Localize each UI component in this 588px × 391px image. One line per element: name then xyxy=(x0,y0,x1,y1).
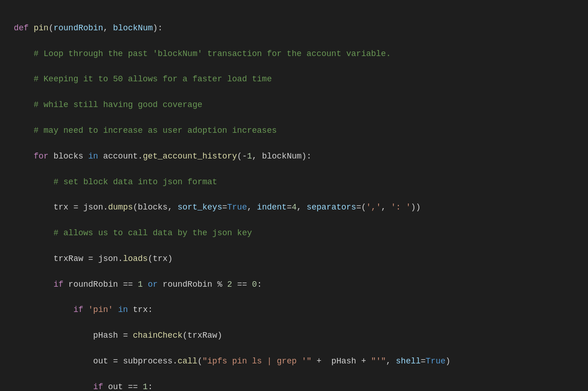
indent xyxy=(14,254,53,263)
plain-text: out == xyxy=(103,382,142,391)
keyword-if-3: if xyxy=(93,382,103,391)
plain-text: + pHash + xyxy=(311,357,371,366)
string-comma: ',' xyxy=(366,203,381,212)
plain-text: , xyxy=(247,203,257,212)
plain-text: == xyxy=(232,280,252,289)
line-10: trxRaw = json.loads(trx) xyxy=(14,253,574,266)
method-loads: loads xyxy=(123,254,148,263)
line-9: # allows us to call data by the json key xyxy=(14,227,574,240)
plain-text: ( xyxy=(49,23,54,33)
function-name: pin xyxy=(34,23,48,33)
param-blocknum: blockNum xyxy=(113,23,153,33)
comment-line5: # may need to increase as user adoption … xyxy=(34,126,277,135)
plain-text: , xyxy=(103,23,113,33)
indent xyxy=(14,100,34,109)
plain-text: trx: xyxy=(128,305,153,314)
plain-text: roundRobin == xyxy=(63,280,138,289)
indent xyxy=(14,228,53,238)
plain-text: = xyxy=(222,203,227,212)
indent xyxy=(14,177,53,187)
number-1-3: 1 xyxy=(143,382,148,391)
plain-text: : xyxy=(148,382,153,391)
keyword-in: in xyxy=(88,152,98,161)
string-ipfs-cmd: "ipfs pin ls | grep '" xyxy=(203,357,312,366)
string-pin: 'pin' xyxy=(88,305,113,314)
keyword-in-2: in xyxy=(118,305,128,314)
line-7: # set block data into json format xyxy=(14,176,574,189)
indent xyxy=(14,126,34,135)
plain-text: )) xyxy=(411,203,421,212)
plain-text: , blockNum): xyxy=(252,152,312,161)
fn-chaincheck: chainCheck xyxy=(133,331,182,340)
plain-text xyxy=(113,305,118,314)
plain-text: = xyxy=(421,357,426,366)
plain-text: (trx) xyxy=(148,254,173,263)
plain-text: ) xyxy=(446,357,451,366)
plain-text: , xyxy=(297,203,307,212)
line-15: if out == 1: xyxy=(14,381,574,391)
line-14: out = subprocess.call("ipfs pin ls | gre… xyxy=(14,355,574,368)
indent xyxy=(14,280,53,289)
comment-line4: # while still having good coverage xyxy=(34,100,202,109)
plain-text: (- xyxy=(237,152,247,161)
number-1-2: 1 xyxy=(138,280,143,289)
bool-true-2: True xyxy=(426,357,446,366)
comment-line2: # Loop through the past 'blockNum' trans… xyxy=(34,49,391,58)
indent xyxy=(14,357,93,366)
bool-true-1: True xyxy=(227,203,247,212)
plain-text: account. xyxy=(98,152,143,161)
plain-text: ( xyxy=(198,357,203,366)
param-shell: shell xyxy=(396,357,421,366)
string-quote-end: "'" xyxy=(371,357,386,366)
keyword-if-2: if xyxy=(74,305,84,314)
keyword-for: for xyxy=(34,152,48,161)
comment-line9: # allows us to call data by the json key xyxy=(53,228,252,238)
line-8: trx = json.dumps(blocks, sort_keys=True,… xyxy=(14,201,574,214)
param-sort-keys: sort_keys xyxy=(177,203,222,212)
var-trx: trx = json. xyxy=(53,203,108,212)
string-colon: ': ' xyxy=(391,203,411,212)
line-5: # may need to increase as user adoption … xyxy=(14,125,574,137)
plain-text: =( xyxy=(356,203,366,212)
fn-call: call xyxy=(177,357,197,366)
plain-text: blocks xyxy=(49,152,88,161)
plain-text: = xyxy=(287,203,292,212)
plain-text: ): xyxy=(153,23,163,33)
method-get-account-history: get_account_history xyxy=(143,152,237,161)
method-dumps: dumps xyxy=(108,203,133,212)
plain-text xyxy=(143,280,148,289)
indent xyxy=(14,49,34,58)
param-indent: indent xyxy=(257,203,287,212)
indent xyxy=(14,305,74,314)
indent xyxy=(14,152,34,161)
indent xyxy=(14,382,93,391)
var-out: out = subprocess. xyxy=(93,357,178,366)
keyword-or: or xyxy=(148,280,158,289)
number-1: 1 xyxy=(247,152,252,161)
plain-text: , xyxy=(381,203,391,212)
plain-text: , xyxy=(386,357,396,366)
line-4: # while still having good coverage xyxy=(14,99,574,112)
var-trxraw: trxRaw = json. xyxy=(53,254,123,263)
line-6: for blocks in account.get_account_histor… xyxy=(14,150,574,163)
comment-line3: # Keeping it to 50 allows for a faster l… xyxy=(34,74,271,84)
number-0: 0 xyxy=(252,280,257,289)
indent xyxy=(14,203,53,212)
plain-text: : xyxy=(257,280,262,289)
plain-text xyxy=(83,305,88,314)
line-1: def pin(roundRobin, blockNum): xyxy=(14,22,574,35)
plain-text: (trxRaw) xyxy=(182,331,222,340)
number-4: 4 xyxy=(292,203,297,212)
plain-text xyxy=(28,23,34,33)
line-11: if roundRobin == 1 or roundRobin % 2 == … xyxy=(14,278,574,291)
param-roundrobin: roundRobin xyxy=(53,23,103,33)
code-container: def pin(roundRobin, blockNum): # Loop th… xyxy=(14,9,574,391)
keyword-if-1: if xyxy=(53,280,63,289)
line-3: # Keeping it to 50 allows for a faster l… xyxy=(14,73,574,86)
line-12: if 'pin' in trx: xyxy=(14,304,574,317)
param-separators: separators xyxy=(306,203,356,212)
line-13: pHash = chainCheck(trxRaw) xyxy=(14,329,574,342)
var-phash: pHash = xyxy=(93,331,133,340)
comment-line7: # set block data into json format xyxy=(53,177,217,187)
plain-text: (blocks, xyxy=(133,203,177,212)
